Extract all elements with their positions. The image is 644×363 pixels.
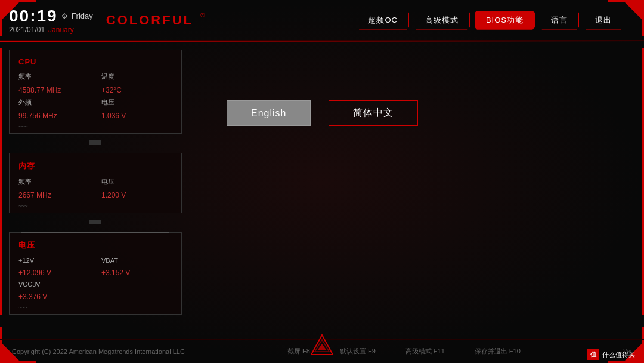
cpu-temp-field: 温度 (101, 72, 172, 81)
mem-freq-value: 2667 MHz (18, 191, 89, 199)
voltage-title: 电压 (18, 240, 172, 251)
vbat-value-field: +3.152 V (101, 267, 172, 277)
cpu-temp-label2: 温度 (101, 72, 172, 81)
cpu-voltage-value-field: 1.036 V (101, 110, 172, 120)
v12-label: +12V (18, 257, 89, 264)
footer-copyright: Copyright (C) 2022 American Megatrends I… (12, 348, 185, 355)
voltage-card: 电压 +12V VBAT +12.096 V +3.152 V VCC3V (9, 232, 182, 315)
mem-voltage-label-field: 电压 (101, 177, 172, 186)
cpu-fsb-value: 99.756 MHz (18, 112, 89, 120)
right-panel: English 简体中文 (191, 41, 644, 339)
cpu-fsb-value-field: 99.756 MHz (18, 110, 89, 120)
vcc3v-empty (101, 281, 172, 288)
time-row: 00:19 ⚙ Friday (9, 7, 93, 26)
memory-card-deco: ~~~ (18, 204, 172, 208)
voltage-card-deco: ~~~ (18, 306, 172, 309)
vbat-label: VBAT (101, 257, 172, 264)
shortcut-screenshot: 截屏 F8 (287, 347, 310, 356)
memory-card: 内存 频率 电压 2667 MHz 1.200 V ~~~ (9, 153, 182, 213)
nav-bios[interactable]: BIOS功能 (475, 11, 535, 30)
vcc3v-value: +3.376 V (18, 293, 89, 301)
nav-advanced[interactable]: 高级模式 (414, 11, 470, 30)
nav-exit[interactable]: 退出 (584, 11, 623, 30)
cpu-temp-value: +32°C (101, 86, 172, 94)
vcc3v-label-field: VCC3V (18, 281, 89, 288)
mem-voltage-value-field: 1.200 V (101, 190, 172, 199)
v12-value-field: +12.096 V (18, 267, 89, 277)
cpu-grid: 频率 温度 温度 4588.77 MHz +32°C 外频 电压 (18, 72, 172, 120)
watermark-text: 什么值得买 (602, 350, 635, 359)
brand-logo: COLORFUL (106, 13, 193, 28)
memory-title: 内存 (18, 161, 172, 171)
date: 2021/01/01 (9, 26, 45, 34)
mem-freq-label-field: 频率 (18, 177, 89, 186)
header: 00:19 ⚙ Friday 2021/01/01 January COLORF… (0, 0, 644, 41)
shortcut-save: 保存并退出 F10 (475, 347, 521, 356)
language-english-button[interactable]: English (227, 100, 311, 126)
vcc3v-value-field: +3.376 V (18, 291, 89, 301)
vcc3v-label: VCC3V (18, 281, 89, 288)
watermark: 值 什么值得买 (587, 349, 635, 360)
date-display: 2021/01/01 January (9, 26, 93, 34)
month: January (48, 26, 74, 34)
cpu-freq-field: 频率 温度 (18, 72, 89, 81)
cpu-card: CPU 频率 温度 温度 4588.77 MHz +32°C 外频 (9, 50, 182, 134)
memory-grid: 频率 电压 2667 MHz 1.200 V (18, 177, 172, 199)
mem-freq-value-field: 2667 MHz (18, 190, 89, 199)
cpu-freq-value-field: 4588.77 MHz (18, 85, 89, 94)
time-display: 00:19 (9, 7, 58, 26)
brand-trademark: ® (200, 12, 205, 19)
cpu-freq-value: 4588.77 MHz (18, 86, 89, 94)
v12-value: +12.096 V (18, 269, 89, 277)
v12-label-field: +12V (18, 257, 89, 264)
header-left: 00:19 ⚙ Friday 2021/01/01 January COLORF… (9, 7, 205, 34)
mem-freq-label: 频率 (18, 177, 89, 186)
nav-overclock[interactable]: 超频OC (357, 11, 409, 30)
cpu-fsb-label-field: 外频 (18, 98, 89, 107)
vbat-label-field: VBAT (101, 257, 172, 264)
left-panel: CPU 频率 温度 温度 4588.77 MHz +32°C 外频 (0, 41, 191, 339)
watermark-icon: 值 (587, 349, 599, 360)
connector-2 (89, 220, 101, 224)
main-content: CPU 频率 温度 温度 4588.77 MHz +32°C 外频 (0, 41, 644, 339)
nav-language[interactable]: 语言 (540, 11, 579, 30)
connector-1 (89, 140, 101, 145)
shortcut-default: 默认设置 F9 (340, 347, 376, 356)
clock-section: 00:19 ⚙ Friday 2021/01/01 January (9, 7, 93, 34)
vbat-value: +3.152 V (101, 269, 172, 277)
cpu-temp-value-field: +32°C (101, 85, 172, 94)
cpu-voltage-label: 电压 (101, 98, 172, 107)
mem-voltage-value: 1.200 V (101, 191, 172, 199)
language-chinese-button[interactable]: 简体中文 (329, 100, 418, 126)
mem-voltage-label: 电压 (101, 177, 172, 186)
triangle-logo (310, 334, 334, 360)
cpu-voltage-value: 1.036 V (101, 112, 172, 120)
cpu-card-deco: ~~~ (18, 125, 172, 128)
nav-buttons: 超频OC 高级模式 BIOS功能 语言 退出 (357, 11, 623, 30)
shortcut-advanced: 高级模式 F11 (405, 347, 445, 356)
cpu-title: CPU (18, 57, 172, 66)
language-options: English 简体中文 (227, 100, 626, 126)
day-name: Friday (72, 11, 93, 20)
gear-icon: ⚙ (61, 12, 68, 20)
cpu-fsb-label: 外频 (18, 98, 89, 107)
cpu-freq-label: 频率 (18, 72, 89, 81)
cpu-voltage-label-field: 电压 (101, 98, 172, 107)
voltage-grid: +12V VBAT +12.096 V +3.152 V VCC3V +3.37… (18, 257, 172, 301)
